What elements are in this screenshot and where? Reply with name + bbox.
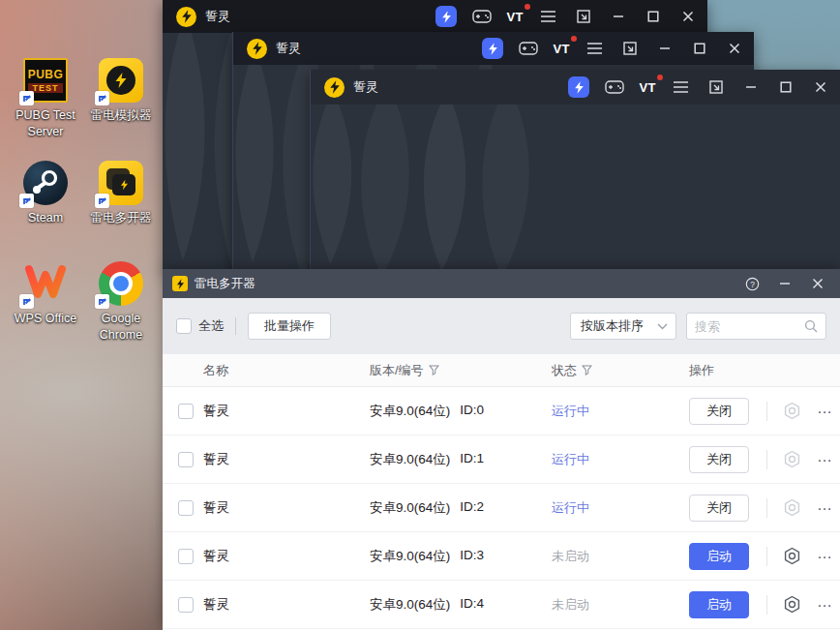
actions-divider (766, 498, 767, 518)
gamepad-icon[interactable] (604, 76, 624, 98)
vt-badge[interactable]: VT (553, 38, 570, 59)
toggle-instance-button[interactable]: 启动 (689, 591, 749, 618)
instance-row: 誓灵 安卓9.0(64位)ID:3 未启动 启动 … (163, 532, 840, 581)
svg-text:?: ? (750, 279, 755, 288)
gamepad-icon[interactable] (471, 6, 492, 27)
gear-icon[interactable] (783, 402, 801, 420)
gear-icon[interactable] (783, 498, 801, 517)
desktop-wallpaper: PUBG TEST PUBG Test Server 雷电模拟器 (0, 0, 840, 630)
select-all-checkbox[interactable] (176, 318, 192, 334)
more-icon[interactable]: … (817, 497, 833, 519)
status-badge: 运行中 (552, 499, 689, 517)
minimize-icon[interactable] (654, 38, 675, 59)
desktop-icon-label: WPS Office (15, 311, 76, 327)
row-checkbox[interactable] (178, 549, 194, 564)
filter-icon[interactable] (582, 365, 592, 375)
gear-icon[interactable] (783, 547, 801, 565)
boost-icon[interactable] (482, 38, 503, 59)
window-title: 誓灵 (353, 78, 378, 96)
chevron-down-icon (657, 323, 668, 330)
toggle-instance-button[interactable]: 关闭 (689, 495, 749, 522)
row-checkbox[interactable] (178, 500, 194, 516)
menu-icon[interactable] (538, 6, 558, 27)
instance-name: 誓灵 (203, 548, 370, 565)
instance-name: 誓灵 (203, 451, 370, 468)
sort-dropdown-value: 按版本排序 (581, 317, 644, 335)
search-input[interactable] (695, 319, 804, 334)
row-actions: 关闭 … (689, 446, 833, 473)
shortcut-arrow-icon (95, 294, 109, 309)
desktop-icon-steam[interactable]: Steam (6, 161, 85, 226)
row-checkbox[interactable] (178, 404, 194, 419)
header-name: 名称 (203, 362, 370, 379)
search-icon (804, 319, 818, 333)
menu-icon[interactable] (671, 76, 691, 98)
emulator-titlebar[interactable]: 誓灵 VT (163, 0, 707, 33)
status-badge: 未启动 (552, 548, 689, 565)
desktop-icon-google-chrome[interactable]: Google Chrome (81, 261, 161, 344)
minimize-icon[interactable] (768, 269, 801, 298)
minimize-icon[interactable] (608, 6, 628, 27)
vt-badge[interactable]: VT (639, 76, 656, 98)
close-icon[interactable] (810, 76, 830, 98)
header-version: 版本/编号 (370, 362, 552, 379)
status-badge: 运行中 (552, 403, 689, 420)
desktop-icon-ld-multiopener[interactable]: 雷电多开器 (81, 161, 161, 226)
multiwindow-icon[interactable] (705, 76, 726, 98)
emulator-titlebar[interactable]: 誓灵 VT (311, 70, 840, 105)
batch-operations-button[interactable]: 批量操作 (248, 313, 331, 340)
instance-version: 安卓9.0(64位)ID:3 (370, 548, 552, 565)
maximize-icon[interactable] (775, 76, 795, 98)
menu-icon[interactable] (585, 38, 605, 59)
filter-icon[interactable] (429, 365, 439, 375)
instance-name: 誓灵 (203, 403, 370, 420)
shortcut-arrow-icon (95, 194, 109, 208)
gamepad-icon[interactable] (518, 38, 538, 59)
status-badge: 运行中 (552, 451, 689, 468)
manager-titlebar[interactable]: 雷电多开器 ? (163, 269, 840, 298)
help-icon[interactable]: ? (735, 269, 768, 298)
close-icon[interactable] (801, 269, 834, 298)
search-box (686, 313, 826, 340)
toggle-instance-button[interactable]: 关闭 (689, 446, 749, 473)
gear-icon[interactable] (783, 595, 801, 614)
row-actions: 启动 … (689, 543, 833, 570)
toggle-instance-button[interactable]: 启动 (689, 543, 749, 570)
desktop-icon-wps-office[interactable]: WPS Office (6, 261, 85, 327)
desktop-icon-pubg-test-server[interactable]: PUBG TEST PUBG Test Server (6, 58, 85, 140)
multiwindow-icon[interactable] (619, 38, 640, 59)
sort-dropdown[interactable]: 按版本排序 (570, 313, 676, 340)
ld-logo-icon (247, 39, 267, 59)
multiwindow-icon[interactable] (573, 6, 593, 27)
emulator-window-3: 誓灵 VT (310, 70, 840, 271)
instance-version: 安卓9.0(64位)ID:0 (370, 403, 552, 420)
more-icon[interactable]: … (817, 449, 833, 470)
ldplayer-icon (99, 58, 143, 103)
boost-icon[interactable] (568, 76, 589, 98)
desktop-icon-label: 雷电多开器 (91, 210, 152, 226)
gear-icon[interactable] (783, 450, 801, 468)
row-checkbox[interactable] (178, 452, 194, 467)
close-icon[interactable] (677, 6, 698, 27)
maximize-icon[interactable] (689, 38, 709, 59)
boost-icon[interactable] (435, 6, 457, 27)
select-all-label: 全选 (198, 317, 224, 335)
desktop-icon-ldplayer[interactable]: 雷电模拟器 (81, 58, 161, 124)
emulator-titlebar[interactable]: 誓灵 VT (233, 32, 754, 65)
maximize-icon[interactable] (643, 6, 663, 27)
desktop-icon-label: PUBG Test Server (6, 107, 85, 140)
row-checkbox[interactable] (178, 597, 194, 613)
more-icon[interactable]: … (817, 594, 833, 615)
wps-icon (23, 261, 68, 306)
more-icon[interactable]: … (817, 401, 833, 422)
row-actions: 关闭 … (689, 398, 833, 425)
vt-badge[interactable]: VT (506, 6, 524, 27)
header-status: 状态 (552, 362, 689, 379)
toggle-instance-button[interactable]: 关闭 (689, 398, 749, 425)
close-icon[interactable] (724, 38, 744, 59)
ld-multiopener-icon (99, 161, 143, 205)
table-header: 名称 版本/编号 状态 操作 (163, 354, 840, 387)
instance-row: 誓灵 安卓9.0(64位)ID:2 运行中 关闭 … (163, 484, 840, 532)
more-icon[interactable]: … (817, 546, 833, 567)
minimize-icon[interactable] (740, 76, 761, 98)
